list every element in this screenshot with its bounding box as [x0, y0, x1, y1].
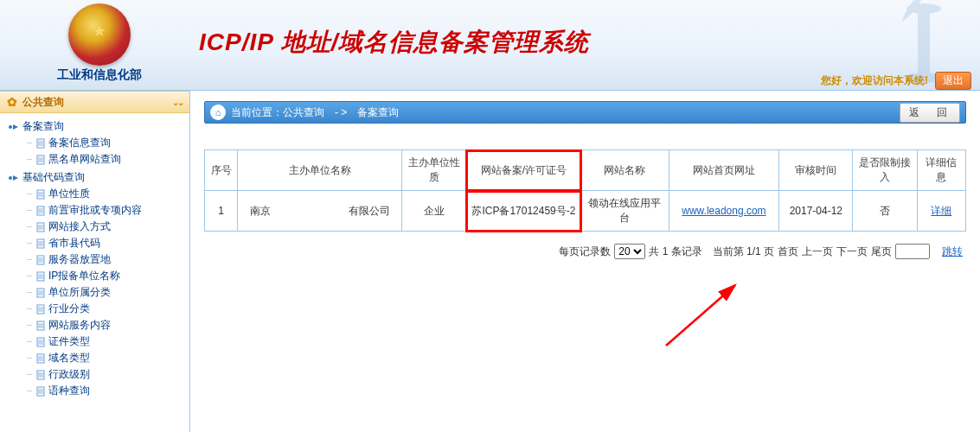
- pager-page-input[interactable]: [895, 244, 930, 259]
- table-header: 网站备案/许可证号: [466, 150, 581, 191]
- site-url-link[interactable]: www.leadong.com: [682, 205, 765, 217]
- document-icon: [35, 137, 47, 149]
- document-icon: [35, 205, 47, 217]
- document-icon: [35, 353, 47, 365]
- tree-dots-icon: ┈: [22, 386, 35, 396]
- tree-item[interactable]: ┈IP报备单位名称: [22, 268, 186, 284]
- document-icon: [35, 254, 47, 266]
- tree-item-label: 证件类型: [48, 334, 90, 349]
- sidebar-section-head[interactable]: ✿ 公共查询 ⌄⌄: [0, 91, 189, 113]
- tree-dots-icon: ┈: [22, 238, 35, 248]
- detail-link[interactable]: 详细: [931, 205, 951, 217]
- table-header: 序号: [205, 150, 238, 191]
- tree-item-label: 单位性质: [48, 187, 90, 201]
- tree-item-label: 省市县代码: [48, 236, 100, 251]
- svg-line-65: [666, 285, 735, 346]
- tree-dots-icon: ┈: [22, 206, 35, 215]
- tree-item[interactable]: ┈网站服务内容: [22, 317, 186, 334]
- tree-item[interactable]: ┈域名类型: [22, 350, 186, 366]
- document-icon: [35, 320, 47, 332]
- logout-button[interactable]: 退出: [935, 72, 971, 90]
- tree-dots-icon: ┈: [22, 271, 35, 281]
- pager-prev[interactable]: 上一页: [802, 245, 833, 259]
- sidebar: ✿ 公共查询 ⌄⌄ 备案查询┈备案信息查询┈黑名单网站查询基础代码查询┈单位性质…: [0, 91, 190, 432]
- document-icon: [35, 221, 47, 233]
- cell-audit-time: 2017-04-12: [779, 191, 853, 232]
- tree-item[interactable]: ┈单位所属分类: [22, 284, 186, 301]
- table-header: 网站名称: [581, 150, 669, 191]
- sidebar-section-title: 公共查询: [22, 95, 64, 110]
- table-header: 主办单位名称: [238, 150, 402, 191]
- tree-item[interactable]: ┈服务器放置地: [22, 251, 186, 268]
- national-emblem: ★ 工业和信息化部: [52, 0, 147, 91]
- document-icon: [35, 303, 47, 315]
- home-icon[interactable]: ⌂: [210, 105, 226, 120]
- document-icon: [35, 188, 47, 200]
- tree-item-label: IP报备单位名称: [48, 269, 120, 283]
- per-page-select[interactable]: 20: [614, 244, 645, 259]
- tree-item-label: 前置审批或专项内容: [48, 203, 142, 218]
- tree-group-head[interactable]: 基础代码查询: [7, 169, 186, 186]
- gear-icon: ✿: [7, 95, 17, 109]
- tree-item[interactable]: ┈省市县代码: [22, 235, 186, 251]
- tree-dots-icon: ┈: [22, 353, 35, 363]
- tree-item-label: 行政级别: [48, 367, 90, 382]
- document-icon: [35, 270, 47, 283]
- cell-license: 苏ICP备17012459号-2: [466, 191, 581, 232]
- tree-dots-icon: ┈: [22, 304, 35, 314]
- tree-item-label: 备案信息查询: [48, 136, 111, 150]
- tree-dots-icon: ┈: [22, 222, 35, 232]
- pager-last[interactable]: 尾页: [871, 245, 892, 259]
- document-icon: [35, 369, 47, 381]
- table-header: 主办单位性质: [402, 150, 466, 191]
- content: ⌂ 当前位置： 公共查询 - > 备案查询 返 回 序号主办单位名称主办单位性质…: [190, 91, 980, 432]
- cell-site-url: www.leadong.com: [669, 191, 779, 232]
- document-icon: [35, 385, 47, 397]
- tree-dots-icon: ┈: [22, 138, 35, 148]
- pager-jump[interactable]: 跳转: [942, 245, 963, 259]
- tree-item-label: 黑名单网站查询: [48, 152, 121, 167]
- tree-dots-icon: ┈: [22, 155, 35, 164]
- tree-dots-icon: ┈: [22, 337, 35, 346]
- tree-item[interactable]: ┈网站接入方式: [22, 219, 186, 235]
- tree-item[interactable]: ┈备案信息查询: [22, 135, 186, 151]
- document-icon: [35, 238, 47, 250]
- document-icon: [35, 154, 47, 166]
- tree-item-label: 网站服务内容: [48, 318, 111, 333]
- page-title: ICP/IP 地址/域名信息备案管理系统: [199, 26, 589, 59]
- cell-site-name: 领动在线应用平台: [581, 191, 669, 232]
- table-header: 审核时间: [779, 150, 853, 191]
- tree-group-head[interactable]: 备案查询: [7, 118, 186, 135]
- table-row: 1 南京有限公司 企业 苏ICP备17012459号-2 领动在线应用平台 ww…: [205, 191, 966, 232]
- welcome-text: 您好，欢迎访问本系统!: [821, 73, 928, 88]
- breadcrumb-prefix: 当前位置：: [231, 105, 283, 120]
- hand-icon: [7, 120, 21, 134]
- pager-first[interactable]: 首页: [778, 245, 798, 259]
- tree-dots-icon: ┈: [22, 370, 35, 379]
- tree-item[interactable]: ┈语种查询: [22, 383, 186, 399]
- pager-next[interactable]: 下一页: [836, 245, 868, 259]
- table-header: 是否限制接入: [853, 150, 917, 191]
- tree-item[interactable]: ┈黑名单网站查询: [22, 151, 186, 168]
- annotation-arrow: [657, 276, 761, 354]
- back-button[interactable]: 返 回: [900, 103, 960, 123]
- breadcrumb-path: 公共查询 - > 备案查询: [283, 105, 399, 120]
- tree-group-label: 备案查询: [22, 119, 64, 134]
- tree-item[interactable]: ┈单位性质: [22, 186, 186, 202]
- tree-item[interactable]: ┈行政级别: [22, 366, 186, 383]
- tree-item[interactable]: ┈证件类型: [22, 334, 186, 350]
- svg-rect-0: [918, 9, 930, 78]
- tree-dots-icon: ┈: [22, 321, 35, 330]
- tree-item[interactable]: ┈行业分类: [22, 301, 186, 317]
- table-header: 详细信息: [917, 150, 965, 191]
- header: ★ 工业和信息化部 ICP/IP 地址/域名信息备案管理系统 您好，欢迎访问本系…: [0, 0, 980, 91]
- cell-org-name: 南京有限公司: [238, 191, 402, 232]
- ministry-name: 工业和信息化部: [57, 67, 142, 83]
- document-icon: [35, 287, 47, 299]
- document-icon: [35, 336, 47, 348]
- tree-item[interactable]: ┈前置审批或专项内容: [22, 202, 186, 219]
- tree-dots-icon: ┈: [22, 288, 35, 297]
- tree-dots-icon: ┈: [22, 255, 35, 264]
- result-table: 序号主办单位名称主办单位性质网站备案/许可证号网站名称网站首页网址审核时间是否限…: [204, 149, 966, 232]
- tree-item-label: 单位所属分类: [48, 285, 111, 300]
